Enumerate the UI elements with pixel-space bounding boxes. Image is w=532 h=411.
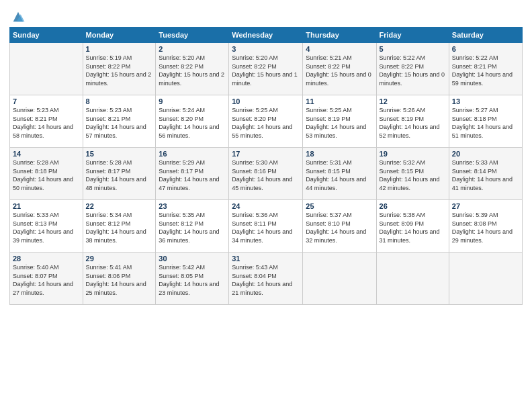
day-info: Sunrise: 5:26 AMSunset: 8:19 PMDaylight:… [380,106,446,140]
day-number: 10 [232,97,300,105]
day-info: Sunrise: 5:20 AMSunset: 8:22 PMDaylight:… [232,54,300,87]
day-number: 7 [13,97,80,105]
day-number: 11 [306,97,373,105]
day-info: Sunrise: 5:19 AMSunset: 8:22 PMDaylight:… [86,54,153,87]
calendar-cell: 7Sunrise: 5:23 AMSunset: 8:21 PMDaylight… [10,95,83,148]
calendar-cell: 19Sunrise: 5:32 AMSunset: 8:15 PMDayligh… [376,148,449,200]
calendar-cell: 23Sunrise: 5:35 AMSunset: 8:12 PMDayligh… [156,200,229,253]
calendar-cell: 27Sunrise: 5:39 AMSunset: 8:08 PMDayligh… [449,200,522,253]
calendar-cell: 25Sunrise: 5:37 AMSunset: 8:10 PMDayligh… [303,200,376,253]
day-info: Sunrise: 5:37 AMSunset: 8:10 PMDaylight:… [306,211,373,244]
logo-icon [11,9,26,24]
calendar-week-row: 1Sunrise: 5:19 AMSunset: 8:22 PMDaylight… [10,43,523,95]
calendar-cell: 11Sunrise: 5:25 AMSunset: 8:19 PMDayligh… [303,95,376,148]
day-number: 15 [86,150,153,158]
day-info: Sunrise: 5:21 AMSunset: 8:22 PMDaylight:… [306,54,373,87]
day-info: Sunrise: 5:30 AMSunset: 8:16 PMDaylight:… [232,158,300,192]
day-info: Sunrise: 5:29 AMSunset: 8:17 PMDaylight:… [159,158,226,192]
calendar-cell: 18Sunrise: 5:31 AMSunset: 8:15 PMDayligh… [303,148,376,200]
calendar-cell: 22Sunrise: 5:34 AMSunset: 8:12 PMDayligh… [83,200,156,253]
day-number: 28 [13,255,80,263]
calendar-week-row: 21Sunrise: 5:33 AMSunset: 8:13 PMDayligh… [10,200,523,253]
calendar-cell: 15Sunrise: 5:28 AMSunset: 8:17 PMDayligh… [83,148,156,200]
day-info: Sunrise: 5:38 AMSunset: 8:09 PMDaylight:… [380,211,446,244]
day-info: Sunrise: 5:31 AMSunset: 8:15 PMDaylight:… [306,158,373,192]
header [9,7,523,24]
calendar-cell: 8Sunrise: 5:23 AMSunset: 8:21 PMDaylight… [83,95,156,148]
day-info: Sunrise: 5:20 AMSunset: 8:22 PMDaylight:… [159,54,226,87]
day-number: 14 [13,150,80,158]
day-info: Sunrise: 5:39 AMSunset: 8:08 PMDaylight:… [452,211,519,244]
day-number: 25 [306,202,373,210]
day-info: Sunrise: 5:22 AMSunset: 8:22 PMDaylight:… [380,54,446,87]
weekday-header: Friday [376,28,449,43]
day-number: 1 [86,45,153,53]
day-number: 3 [232,45,300,53]
day-info: Sunrise: 5:23 AMSunset: 8:21 PMDaylight:… [13,106,80,140]
day-number: 17 [232,150,300,158]
calendar-cell: 20Sunrise: 5:33 AMSunset: 8:14 PMDayligh… [449,148,522,200]
day-info: Sunrise: 5:35 AMSunset: 8:12 PMDaylight:… [159,211,226,244]
day-number: 6 [452,45,519,53]
day-number: 20 [452,150,519,158]
calendar-cell: 17Sunrise: 5:30 AMSunset: 8:16 PMDayligh… [229,148,303,200]
day-number: 16 [159,150,226,158]
day-info: Sunrise: 5:28 AMSunset: 8:17 PMDaylight:… [86,158,153,192]
day-info: Sunrise: 5:25 AMSunset: 8:20 PMDaylight:… [232,106,300,140]
day-number: 8 [86,97,153,105]
day-info: Sunrise: 5:25 AMSunset: 8:19 PMDaylight:… [306,106,373,140]
day-info: Sunrise: 5:40 AMSunset: 8:07 PMDaylight:… [13,263,80,297]
calendar-week-row: 14Sunrise: 5:28 AMSunset: 8:18 PMDayligh… [10,148,523,200]
weekday-header: Tuesday [156,28,229,43]
day-info: Sunrise: 5:27 AMSunset: 8:18 PMDaylight:… [452,106,519,140]
calendar-cell [376,253,449,305]
page-container: SundayMondayTuesdayWednesdayThursdayFrid… [0,0,532,310]
day-number: 30 [159,255,226,263]
calendar-cell: 16Sunrise: 5:29 AMSunset: 8:17 PMDayligh… [156,148,229,200]
day-info: Sunrise: 5:42 AMSunset: 8:05 PMDaylight:… [159,263,226,297]
day-number: 9 [159,97,226,105]
day-info: Sunrise: 5:41 AMSunset: 8:06 PMDaylight:… [86,263,153,297]
calendar-cell: 4Sunrise: 5:21 AMSunset: 8:22 PMDaylight… [303,43,376,95]
day-number: 31 [232,255,300,263]
calendar-week-row: 7Sunrise: 5:23 AMSunset: 8:21 PMDaylight… [10,95,523,148]
calendar-cell: 6Sunrise: 5:22 AMSunset: 8:21 PMDaylight… [449,43,522,95]
calendar-cell: 13Sunrise: 5:27 AMSunset: 8:18 PMDayligh… [449,95,522,148]
calendar-week-row: 28Sunrise: 5:40 AMSunset: 8:07 PMDayligh… [10,253,523,305]
weekday-header: Monday [83,28,156,43]
weekday-header: Thursday [303,28,376,43]
calendar-table: SundayMondayTuesdayWednesdayThursdayFrid… [9,27,523,305]
day-number: 5 [380,45,446,53]
calendar-cell: 28Sunrise: 5:40 AMSunset: 8:07 PMDayligh… [10,253,83,305]
day-info: Sunrise: 5:22 AMSunset: 8:21 PMDaylight:… [452,54,519,87]
calendar-cell: 1Sunrise: 5:19 AMSunset: 8:22 PMDaylight… [83,43,156,95]
calendar-cell: 26Sunrise: 5:38 AMSunset: 8:09 PMDayligh… [376,200,449,253]
day-number: 2 [159,45,226,53]
weekday-header: Wednesday [229,28,303,43]
day-info: Sunrise: 5:23 AMSunset: 8:21 PMDaylight:… [86,106,153,140]
day-info: Sunrise: 5:33 AMSunset: 8:13 PMDaylight:… [13,211,80,244]
day-number: 29 [86,255,153,263]
day-info: Sunrise: 5:43 AMSunset: 8:04 PMDaylight:… [232,263,300,297]
weekday-header: Saturday [449,28,522,43]
calendar-cell: 21Sunrise: 5:33 AMSunset: 8:13 PMDayligh… [10,200,83,253]
weekday-header-row: SundayMondayTuesdayWednesdayThursdayFrid… [10,28,523,43]
calendar-cell [303,253,376,305]
day-number: 26 [380,202,446,210]
calendar-cell [10,43,83,95]
logo [9,9,26,24]
day-info: Sunrise: 5:24 AMSunset: 8:20 PMDaylight:… [159,106,226,140]
calendar-cell: 29Sunrise: 5:41 AMSunset: 8:06 PMDayligh… [83,253,156,305]
day-number: 27 [452,202,519,210]
day-number: 4 [306,45,373,53]
calendar-cell: 30Sunrise: 5:42 AMSunset: 8:05 PMDayligh… [156,253,229,305]
day-number: 18 [306,150,373,158]
calendar-cell: 31Sunrise: 5:43 AMSunset: 8:04 PMDayligh… [229,253,303,305]
calendar-cell: 3Sunrise: 5:20 AMSunset: 8:22 PMDaylight… [229,43,303,95]
day-info: Sunrise: 5:34 AMSunset: 8:12 PMDaylight:… [86,211,153,244]
calendar-cell [449,253,522,305]
day-info: Sunrise: 5:36 AMSunset: 8:11 PMDaylight:… [232,211,300,244]
day-number: 19 [380,150,446,158]
calendar-cell: 14Sunrise: 5:28 AMSunset: 8:18 PMDayligh… [10,148,83,200]
calendar-cell: 5Sunrise: 5:22 AMSunset: 8:22 PMDaylight… [376,43,449,95]
